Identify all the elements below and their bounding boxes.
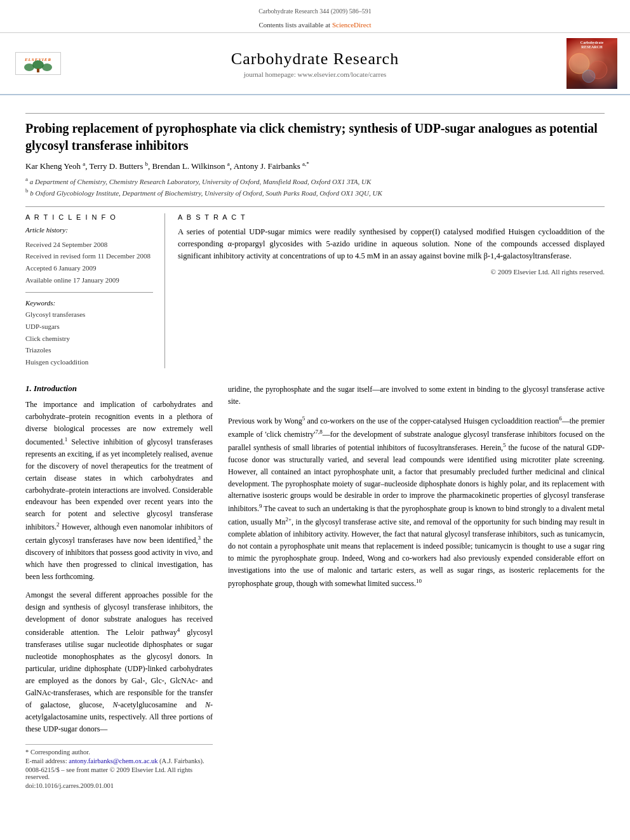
article-info-title: A R T I C L E I N F O: [25, 213, 153, 221]
cover-image: CarbohydrateRESEARCH: [566, 38, 617, 89]
intro-para2: Amongst the several different approaches…: [25, 589, 213, 735]
elsevier-logo-svg: ELSEVIER: [17, 53, 60, 74]
keywords-list: Glycosyl transferases UDP-sugars Click c…: [25, 309, 153, 368]
elsevier-logo: ELSEVIER: [13, 52, 64, 75]
email-link[interactable]: antony.fairbanks@chem.ox.ac.uk: [69, 757, 158, 764]
cover-art-svg: [566, 51, 615, 86]
journal-title: Carbohydrate Research: [64, 50, 566, 69]
keyword-1: Glycosyl transferases: [25, 309, 153, 321]
intro-heading: 1. Introduction: [25, 383, 213, 394]
info-abstract-row: A R T I C L E I N F O Article history: R…: [25, 213, 605, 368]
right-para2: Previous work by Wong5 and co-workers on…: [228, 414, 605, 590]
info-divider: [25, 292, 153, 293]
journal-header: Carbohydrate Research 344 (2009) 586–591…: [0, 0, 630, 95]
email-label: E-mail address:: [25, 757, 67, 764]
svg-rect-5: [37, 69, 39, 72]
journal-title-row: ELSEVIER Carbohydrate Research journal h…: [0, 33, 630, 94]
doi-bar: Carbohydrate Research 344 (2009) 586–591: [0, 5, 630, 18]
abstract-text: A series of potential UDP-sugar mimics w…: [178, 226, 605, 263]
affiliation-b: b b Oxford Glycobiology Institute, Depar…: [25, 187, 605, 198]
keyword-5: Huisgen cycloaddition: [25, 356, 153, 368]
mid-divider: [25, 206, 605, 207]
top-divider: [25, 113, 605, 114]
accepted-date: Accepted 6 January 2009: [25, 262, 153, 274]
sciencedirect-label: Contents lists available at: [258, 21, 330, 29]
left-column: 1. Introduction The importance and impli…: [25, 383, 213, 791]
sciencedirect-bar: Contents lists available at ScienceDirec…: [0, 18, 630, 33]
sciencedirect-link[interactable]: ScienceDirect: [332, 21, 372, 29]
footnote-area: * Corresponding author. E-mail address: …: [25, 744, 213, 789]
footnote-corresponding: * Corresponding author.: [25, 749, 213, 756]
copyright: © 2009 Elsevier Ltd. All rights reserved…: [178, 268, 605, 276]
footnote-doi: doi:10.1016/j.carres.2009.01.001: [25, 782, 213, 789]
svg-point-8: [582, 70, 595, 83]
footnote-issn: 0008-6215/$ – see front matter © 2009 El…: [25, 766, 213, 780]
keyword-4: Triazoles: [25, 344, 153, 356]
cover-image-inner: CarbohydrateRESEARCH: [566, 38, 617, 89]
keywords-label: Keywords:: [25, 299, 153, 307]
elsevier-logo-box: ELSEVIER: [15, 52, 61, 75]
keyword-3: Click chemistry: [25, 333, 153, 345]
authors-text: Kar Kheng Yeoh a, Terry D. Butters b, Br…: [25, 161, 309, 171]
dates-block: Received 24 September 2008 Received in r…: [25, 239, 153, 286]
right-column: uridine, the pyrophosphate and the sugar…: [228, 383, 605, 791]
article-content: Probing replacement of pyrophosphate via…: [0, 95, 630, 804]
history-label: Article history:: [25, 226, 153, 234]
article-title: Probing replacement of pyrophosphate via…: [25, 120, 605, 154]
affiliation-a: a a Department of Chemistry, Chemistry R…: [25, 175, 605, 187]
cover-label: CarbohydrateRESEARCH: [580, 41, 603, 50]
received-date: Received 24 September 2008: [25, 239, 153, 251]
article-info-panel: A R T I C L E I N F O Article history: R…: [25, 213, 165, 368]
two-col-layout: 1. Introduction The importance and impli…: [25, 383, 605, 791]
available-date: Available online 17 January 2009: [25, 274, 153, 286]
page: Carbohydrate Research 344 (2009) 586–591…: [0, 0, 630, 840]
journal-name-center: Carbohydrate Research journal homepage: …: [64, 50, 566, 78]
journal-citation: Carbohydrate Research 344 (2009) 586–591: [258, 8, 372, 15]
email-suffix: (A.J. Fairbanks).: [159, 757, 204, 764]
homepage-text: journal homepage: www.elsevier.com/locat…: [244, 70, 387, 78]
journal-homepage: journal homepage: www.elsevier.com/locat…: [64, 70, 566, 78]
svg-point-4: [42, 63, 52, 71]
authors: Kar Kheng Yeoh a, Terry D. Butters b, Br…: [25, 161, 605, 171]
body-content: 1. Introduction The importance and impli…: [25, 383, 605, 791]
affiliations: a a Department of Chemistry, Chemistry R…: [25, 175, 605, 198]
intro-para1: The importance and implication of carboh…: [25, 399, 213, 583]
keyword-2: UDP-sugars: [25, 321, 153, 333]
abstract-section: A B S T R A C T A series of potential UD…: [178, 213, 605, 368]
right-para1: uridine, the pyrophosphate and the sugar…: [228, 383, 605, 408]
abstract-title: A B S T R A C T: [178, 213, 605, 221]
footnote-email: E-mail address: antony.fairbanks@chem.ox…: [25, 757, 213, 764]
revised-date: Received in revised form 11 December 200…: [25, 250, 153, 262]
